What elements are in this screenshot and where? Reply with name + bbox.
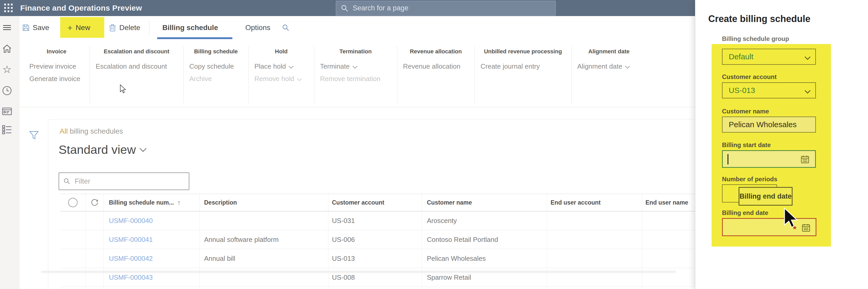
customer-account-cell: US-031	[328, 211, 422, 230]
remove-termination-button[interactable]: Remove termination	[320, 74, 380, 83]
ribbon-group-title: Revenue allocation	[397, 48, 474, 55]
next-row-sliver	[41, 271, 676, 273]
favorites-star-icon[interactable]: ☆	[1, 64, 13, 75]
ribbon-group-title: Alignment date	[571, 48, 647, 55]
description-cell	[200, 211, 328, 230]
table-row[interactable]: USMF-000041 Annual software platform US-…	[60, 230, 695, 249]
recent-clock-icon[interactable]	[1, 85, 13, 96]
customer-account-label: Customer account	[722, 73, 777, 80]
remove-hold-dropdown[interactable]: Remove hold	[254, 74, 301, 83]
save-button[interactable]: Save	[22, 16, 49, 39]
plus-icon: +	[67, 24, 73, 32]
workspaces-icon[interactable]	[1, 106, 13, 117]
column-header-customer-account[interactable]: Customer account	[328, 194, 422, 211]
row-select-cell[interactable]	[60, 249, 86, 268]
save-disk-icon	[22, 24, 30, 31]
grid-top-border	[48, 119, 695, 119]
grid-filter-input[interactable]	[74, 177, 174, 186]
delete-button[interactable]: Delete	[109, 16, 140, 39]
revenue-allocation-button[interactable]: Revenue allocation	[403, 62, 460, 71]
preview-invoice-button[interactable]: Preview invoice	[29, 62, 76, 71]
table-body: USMF-000040 US-031 Aroscenty USMF-000041…	[60, 211, 695, 287]
end-user-account-cell	[547, 211, 642, 230]
customer-name-label: Customer name	[722, 108, 769, 115]
filter-pane-divider	[48, 119, 48, 289]
end-user-account-cell	[547, 249, 642, 268]
view-selector[interactable]: Standard view	[59, 142, 146, 157]
create-journal-entry-button[interactable]: Create journal entry	[480, 62, 540, 71]
page-search-input[interactable]	[352, 4, 535, 12]
customer-name-input[interactable]: Pelican Wholesales	[722, 116, 816, 133]
place-hold-label: Place hold	[254, 63, 286, 70]
terminate-dropdown[interactable]: Terminate	[320, 62, 356, 71]
save-label: Save	[33, 24, 49, 32]
ribbon-group-title: Billing schedule	[183, 48, 248, 55]
new-button[interactable]: + New	[67, 16, 90, 39]
tab-billing-schedule[interactable]: Billing schedule	[162, 16, 218, 39]
row-select-cell[interactable]	[60, 230, 86, 249]
billing-end-date-input[interactable]: *	[722, 218, 816, 236]
refresh-button[interactable]	[86, 194, 104, 211]
generate-invoice-button[interactable]: Generate invoice	[29, 74, 81, 83]
ribbon-group-title: Termination	[314, 48, 397, 55]
calendar-icon[interactable]	[802, 223, 810, 232]
ribbon-group-title: Unbilled revenue processing	[474, 48, 571, 55]
home-icon[interactable]	[1, 43, 13, 55]
app-launcher-waffle-icon[interactable]	[4, 3, 13, 13]
end-user-name-cell	[642, 249, 695, 268]
chevron-down-icon	[297, 76, 302, 81]
number-of-periods-label: Number of periods	[722, 176, 777, 183]
scope-rest: billing schedules	[68, 127, 123, 135]
billing-schedule-number-link[interactable]: USMF-000042	[104, 249, 200, 268]
sort-ascending-icon: ↑	[177, 199, 181, 206]
ribbon-group-hold: Hold Place hold Remove hold	[248, 39, 314, 107]
billing-start-date-label: Billing start date	[722, 141, 771, 149]
chevron-down-icon	[805, 54, 811, 60]
escalation-and-discount-button[interactable]: Escalation and discount	[96, 62, 167, 71]
customer-account-select[interactable]: US-013	[722, 82, 816, 98]
chevron-down-icon	[352, 64, 357, 68]
navigation-sidebar: ☆	[0, 16, 19, 289]
mouse-cursor-small	[120, 84, 126, 93]
scope-accent: All	[60, 127, 68, 135]
select-all-circle-icon	[68, 198, 78, 207]
list-scope-label: All billing schedules	[60, 127, 123, 136]
filter-funnel-icon[interactable]	[29, 130, 39, 141]
toolbar-search-icon[interactable]	[282, 16, 289, 39]
billing-schedule-group-select[interactable]: Default	[722, 49, 816, 65]
row-icon-cell	[86, 230, 104, 249]
billing-start-date-input[interactable]	[722, 150, 816, 168]
customer-account-cell: US-013	[328, 249, 422, 268]
place-hold-dropdown[interactable]: Place hold	[254, 62, 293, 71]
modules-list-icon[interactable]	[1, 124, 13, 135]
table-row[interactable]: USMF-000042 Annual bill US-013 Pelican W…	[60, 249, 695, 268]
billing-schedule-number-link[interactable]: USMF-000041	[104, 230, 200, 249]
table-header-row: Billing schedule num...↑ Description Cus…	[60, 194, 695, 211]
alignment-date-dropdown[interactable]: Alignment date	[577, 62, 629, 71]
ribbon-group-termination: Termination Terminate Remove termination	[314, 39, 397, 107]
billing-schedule-number-link[interactable]: USMF-000040	[104, 211, 200, 230]
active-tab-underline	[157, 37, 232, 39]
ribbon-group-title: Hold	[248, 48, 314, 55]
billing-end-date-tooltip: Billing end date	[739, 187, 793, 206]
copy-schedule-button[interactable]: Copy schedule	[189, 62, 234, 71]
column-header-end-user-account[interactable]: End user account	[547, 194, 642, 211]
column-header-description[interactable]: Description	[200, 194, 328, 211]
archive-button[interactable]: Archive	[189, 74, 212, 83]
customer-name-cell: Contoso Retail Portland	[422, 230, 547, 249]
alignment-date-label: Alignment date	[577, 63, 622, 70]
select-all-checkbox[interactable]	[60, 194, 86, 211]
hamburger-menu-icon[interactable]	[1, 22, 13, 33]
table-row[interactable]: USMF-000040 US-031 Aroscenty	[60, 211, 695, 230]
delete-label: Delete	[119, 24, 140, 32]
calendar-icon[interactable]	[801, 155, 809, 164]
page-search-box[interactable]	[336, 1, 556, 15]
grid-filter-box[interactable]	[59, 173, 189, 190]
column-header-customer-name[interactable]: Customer name	[422, 194, 547, 211]
column-header-end-user-name[interactable]: End user name	[642, 194, 695, 211]
row-select-cell[interactable]	[60, 211, 86, 230]
chevron-down-icon	[805, 88, 811, 94]
row-icon-cell	[86, 249, 104, 268]
column-header-billing-schedule-number[interactable]: Billing schedule num...↑	[104, 194, 200, 211]
tab-options[interactable]: Options	[245, 16, 271, 39]
